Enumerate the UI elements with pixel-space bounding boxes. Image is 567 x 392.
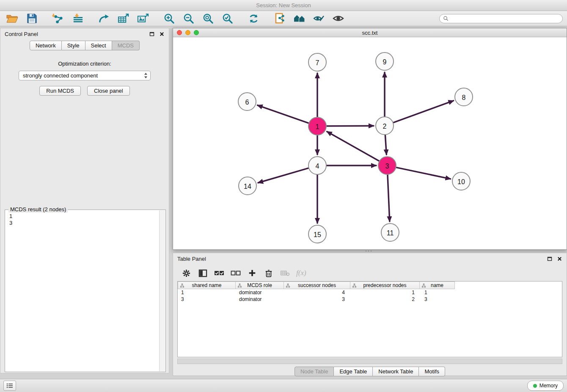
table-cell[interactable]: 3 — [178, 296, 236, 302]
minimize-window-icon[interactable] — [185, 30, 190, 35]
network-window-titlebar[interactable]: scc.txt — [173, 28, 567, 37]
deselect-all-icon[interactable] — [230, 268, 241, 278]
table-cell[interactable]: 1 — [421, 290, 457, 295]
visual-styles-icon[interactable] — [311, 12, 327, 25]
tab-motifs[interactable]: Motifs — [419, 367, 445, 376]
task-history-icon[interactable] — [3, 381, 16, 391]
table-cell[interactable]: 2 — [351, 296, 421, 302]
zoom-fit-icon[interactable] — [200, 12, 216, 25]
table-horizontal-scrollbar[interactable] — [177, 359, 562, 364]
network-canvas[interactable]: 7968124310141511 — [173, 37, 567, 250]
graph-edge-3-10[interactable] — [396, 167, 451, 179]
graph-node-label-14: 14 — [244, 183, 251, 190]
table-panel-header: Table Panel — [173, 253, 567, 264]
float-table-panel-icon[interactable] — [547, 256, 553, 262]
tab-edge-table[interactable]: Edge Table — [334, 367, 373, 376]
control-panel-header: Control Panel — [0, 28, 169, 39]
table-cell[interactable]: 1 — [178, 290, 236, 295]
table-settings-icon[interactable] — [181, 268, 192, 278]
network-window-title: scc.txt — [173, 30, 567, 36]
close-panel-button[interactable]: Close panel — [87, 86, 130, 96]
table-cell[interactable]: dominator — [236, 296, 284, 302]
clone-network-icon[interactable] — [272, 12, 288, 25]
table-tabs: Node Table Edge Table Network Table Moti… — [173, 367, 567, 376]
float-panel-icon[interactable] — [149, 31, 155, 37]
delete-column-icon — [280, 268, 291, 278]
column-header-predecessor-nodes[interactable]: predecessor nodes — [350, 282, 420, 289]
graph-edge-1-6[interactable] — [258, 105, 309, 123]
window-titlebar: Session: New Session — [0, 0, 567, 11]
column-header-shared-name[interactable]: shared name — [178, 282, 236, 289]
search-input[interactable] — [451, 15, 559, 22]
open-session-icon[interactable] — [4, 12, 20, 25]
tab-mcds[interactable]: MCDS — [112, 41, 140, 50]
zoom-in-icon[interactable] — [161, 12, 177, 25]
maximize-window-icon[interactable] — [194, 30, 199, 35]
export-table-icon[interactable] — [115, 12, 131, 25]
memory-label: Memory — [539, 383, 558, 389]
column-header-name[interactable]: name — [419, 282, 455, 289]
memory-status-icon — [533, 384, 537, 388]
table-cell[interactable]: 4 — [284, 290, 351, 295]
criterion-dropdown[interactable]: strongly connected component — [19, 71, 151, 80]
export-network-icon[interactable] — [96, 12, 112, 25]
graph-edge-2-3[interactable] — [385, 135, 386, 155]
zoom-selected-icon[interactable] — [219, 12, 235, 25]
window-title: Session: New Session — [256, 2, 311, 8]
graph-edge-3-11[interactable] — [388, 174, 390, 221]
close-panel-icon[interactable] — [159, 31, 165, 37]
column-header-label: shared name — [192, 282, 221, 288]
column-tree-icon — [180, 283, 184, 288]
show-all-views-icon[interactable] — [291, 12, 307, 25]
table-cell[interactable]: 1 — [351, 290, 421, 295]
graph-edge-3-1[interactable] — [327, 132, 380, 161]
column-header-label: name — [431, 282, 443, 288]
import-network-icon[interactable] — [50, 12, 66, 25]
apply-layout-icon[interactable] — [245, 12, 261, 25]
table-cell[interactable]: dominator — [236, 290, 284, 295]
table-cell[interactable]: 3 — [284, 296, 351, 302]
search-field[interactable] — [439, 14, 563, 23]
export-image-icon[interactable] — [135, 12, 151, 25]
graph-node-label-1: 1 — [316, 123, 319, 130]
import-group — [50, 12, 85, 25]
graph-node-label-11: 11 — [387, 229, 394, 237]
result-scrollbar[interactable] — [159, 210, 165, 371]
graph-node-label-8: 8 — [462, 94, 466, 101]
show-hide-icon[interactable] — [330, 12, 346, 25]
column-tree-icon — [286, 283, 290, 288]
mcds-result-box: MCDS result (2 nodes) 1 3 — [5, 210, 166, 372]
memory-button[interactable]: Memory — [527, 381, 564, 391]
zoom-out-icon[interactable] — [180, 12, 196, 25]
run-mcds-button[interactable]: Run MCDS — [39, 86, 81, 96]
tab-network[interactable]: Network — [30, 41, 62, 50]
column-header-successor-nodes[interactable]: successor nodes — [284, 282, 350, 289]
graph-edge-2-8[interactable] — [393, 101, 454, 123]
graph-node-label-9: 9 — [383, 58, 387, 66]
vertical-splitter[interactable] — [169, 28, 173, 373]
add-column-icon[interactable] — [247, 268, 258, 278]
tab-network-table[interactable]: Network Table — [373, 367, 419, 376]
tab-select[interactable]: Select — [85, 41, 112, 50]
close-table-panel-icon[interactable] — [556, 256, 562, 262]
delete-icon[interactable] — [263, 268, 274, 278]
tab-node-table[interactable]: Node Table — [295, 367, 334, 376]
select-all-icon[interactable] — [214, 268, 225, 278]
graph-node-label-3: 3 — [385, 163, 389, 170]
table-row[interactable]: 1dominator411 — [178, 289, 562, 296]
close-window-icon[interactable] — [177, 30, 182, 35]
import-table-icon[interactable] — [69, 12, 85, 25]
table-body: 1dominator4113dominator323 — [178, 289, 562, 303]
graph-node-label-7: 7 — [316, 59, 319, 66]
save-session-icon[interactable] — [24, 12, 40, 25]
show-columns-icon[interactable] — [197, 268, 208, 278]
table-cell[interactable]: 3 — [421, 296, 457, 302]
tab-style[interactable]: Style — [62, 41, 85, 50]
graph-edge-1-2[interactable] — [326, 126, 374, 126]
column-header-MCDS-role[interactable]: MCDS role — [235, 282, 284, 289]
graph-edge-4-14[interactable] — [258, 168, 309, 183]
control-panel-title: Control Panel — [5, 31, 38, 37]
column-header-label: successor nodes — [298, 282, 336, 288]
table-row[interactable]: 3dominator323 — [178, 296, 562, 303]
horizontal-splitter-handle[interactable] — [366, 251, 373, 251]
